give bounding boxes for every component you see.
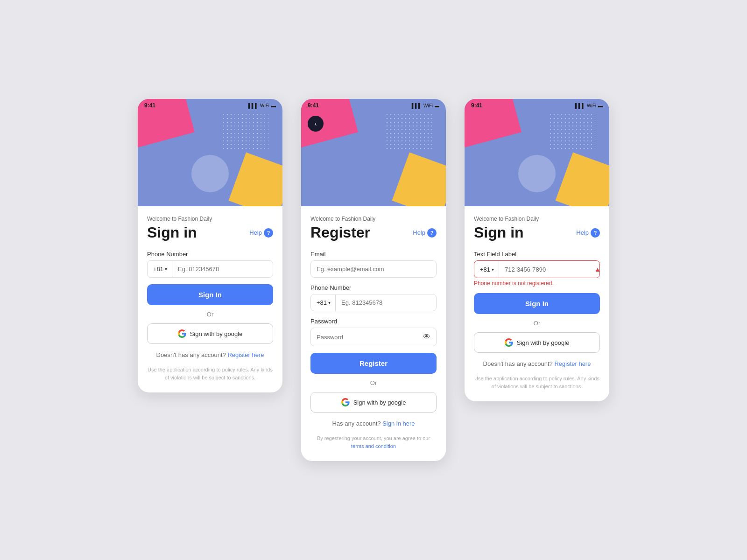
or-divider-2: Or [310, 379, 437, 386]
wifi-icon-3: WiFi [587, 103, 596, 108]
screen-signin-error: 9:41 ▌▌▌ WiFi ▬ Welcome to Fashion Daily… [465, 99, 609, 401]
banner-yellow-2 [392, 153, 446, 206]
help-label-3: Help [576, 229, 589, 236]
warning-icon: ▲ [589, 261, 600, 278]
google-icon-2 [341, 398, 350, 406]
country-code-1[interactable]: +81 ▾ [148, 261, 172, 277]
back-button[interactable]: ‹ [308, 116, 324, 132]
phone-input-2[interactable] [336, 294, 436, 311]
country-code-value-2: +81 [317, 299, 327, 306]
google-button-3[interactable]: Sign with by google [474, 332, 600, 353]
chevron-icon-3: ▾ [492, 267, 494, 272]
signal-icon-2: ▌▌▌ [412, 103, 422, 108]
error-field-label: Text Field Label [474, 251, 600, 258]
password-input-wrapper: 👁 [310, 328, 437, 346]
status-bar-2: 9:41 ▌▌▌ WiFi ▬ [301, 99, 446, 112]
google-button-1[interactable]: Sign with by google [147, 323, 273, 344]
policy-text-3: Use the application according to policy … [474, 375, 600, 390]
google-btn-label-3: Sign with by google [517, 339, 570, 346]
title-row-2: Register Help ? [310, 224, 437, 241]
google-icon-1 [178, 329, 186, 338]
email-input[interactable] [310, 260, 437, 278]
policy-main-text: By regestering your account, you are agr… [317, 435, 430, 441]
phone-input-wrapper-error: +81 ▾ ▲ [474, 260, 600, 278]
title-row-1: Sign in Help ? [147, 224, 273, 241]
content-signin: Welcome to Fashion Daily Sign in Help ? … [138, 206, 282, 392]
banner-signin-error: 9:41 ▌▌▌ WiFi ▬ [465, 99, 609, 206]
help-label-2: Help [413, 229, 425, 236]
chevron-icon-1: ▾ [165, 266, 167, 272]
content-signin-error: Welcome to Fashion Daily Sign in Help ? … [465, 206, 609, 401]
country-code-2[interactable]: +81 ▾ [311, 294, 336, 311]
help-button-3[interactable]: Help ? [576, 228, 600, 238]
screen-signin: 9:41 ▌▌▌ WiFi ▬ Welcome to Fashion Daily… [138, 99, 282, 392]
wifi-icon: WiFi [260, 103, 269, 108]
welcome-text-3: Welcome to Fashion Daily [474, 216, 600, 222]
password-label: Password [310, 318, 437, 325]
help-circle-3: ? [591, 228, 600, 238]
help-button-1[interactable]: Help ? [249, 228, 273, 238]
status-time-3: 9:41 [471, 102, 482, 109]
status-icons-3: ▌▌▌ WiFi ▬ [575, 103, 603, 108]
phone-label-1: Phone Number [147, 251, 273, 258]
screen-title-3: Sign in [474, 224, 524, 241]
banner-signin: 9:41 ▌▌▌ WiFi ▬ [138, 99, 282, 206]
account-link-1[interactable]: Register here [227, 351, 264, 358]
phone-label-2: Phone Number [310, 284, 437, 291]
status-icons-1: ▌▌▌ WiFi ▬ [248, 103, 276, 108]
phone-input-1[interactable] [172, 261, 273, 277]
status-icons-2: ▌▌▌ WiFi ▬ [412, 103, 439, 108]
phone-input-error[interactable] [499, 261, 589, 278]
signal-icon: ▌▌▌ [248, 103, 258, 108]
register-button[interactable]: Register [310, 353, 437, 374]
policy-text-2: By regestering your account, you are agr… [310, 434, 437, 450]
or-divider-1: Or [147, 311, 273, 318]
account-link-3[interactable]: Register here [554, 360, 591, 367]
help-circle-2: ? [427, 228, 437, 238]
email-label: Email [310, 251, 437, 258]
country-code-3[interactable]: +81 ▾ [474, 261, 499, 278]
country-code-value-1: +81 [153, 266, 163, 273]
policy-text-1: Use the application according to policy … [147, 366, 273, 381]
google-icon-3 [505, 338, 513, 347]
banner-register: 9:41 ▌▌▌ WiFi ▬ ‹ [301, 99, 446, 206]
phone-input-wrapper-2: +81 ▾ [310, 294, 437, 311]
screen-register: 9:41 ▌▌▌ WiFi ▬ ‹ Welcome to Fashion Dai… [301, 99, 446, 461]
phone-input-wrapper-1: +81 ▾ [147, 260, 273, 278]
eye-icon[interactable]: 👁 [417, 328, 436, 346]
title-row-3: Sign in Help ? [474, 224, 600, 241]
google-button-2[interactable]: Sign with by google [310, 392, 437, 413]
status-time-1: 9:41 [144, 102, 155, 109]
screen-title-2: Register [310, 224, 370, 241]
error-message: Phone number is not registered. [474, 280, 600, 287]
wifi-icon-2: WiFi [423, 103, 433, 108]
banner-dots-1 [222, 113, 268, 150]
help-button-2[interactable]: Help ? [413, 228, 437, 238]
terms-link[interactable]: terms and condition [351, 443, 396, 449]
status-bar-3: 9:41 ▌▌▌ WiFi ▬ [465, 99, 609, 112]
banner-dots-2 [385, 113, 432, 150]
banner-yellow-3 [556, 153, 609, 206]
account-link-2[interactable]: Sign in here [382, 420, 415, 427]
password-input[interactable] [311, 329, 417, 345]
account-text-1: Doesn't has any account? [156, 351, 226, 358]
welcome-text-1: Welcome to Fashion Daily [147, 216, 273, 222]
signin-button-1[interactable]: Sign In [147, 284, 273, 305]
google-btn-label-2: Sign with by google [353, 399, 406, 406]
status-bar-1: 9:41 ▌▌▌ WiFi ▬ [138, 99, 282, 112]
google-btn-label-1: Sign with by google [190, 330, 243, 337]
banner-dots-3 [549, 113, 595, 150]
country-code-value-3: +81 [480, 266, 490, 273]
battery-icon-3: ▬ [598, 103, 603, 108]
account-text-2: Has any account? [332, 420, 381, 427]
account-text-3: Doesn't has any account? [483, 360, 553, 367]
content-register: Welcome to Fashion Daily Register Help ?… [301, 206, 446, 461]
help-circle-1: ? [264, 228, 273, 238]
signal-icon-3: ▌▌▌ [575, 103, 585, 108]
or-divider-3: Or [474, 320, 600, 327]
signin-button-3[interactable]: Sign In [474, 293, 600, 314]
banner-circle-1 [191, 155, 229, 192]
banner-circle-3 [518, 155, 556, 192]
help-label-1: Help [249, 229, 262, 236]
welcome-text-2: Welcome to Fashion Daily [310, 216, 437, 222]
